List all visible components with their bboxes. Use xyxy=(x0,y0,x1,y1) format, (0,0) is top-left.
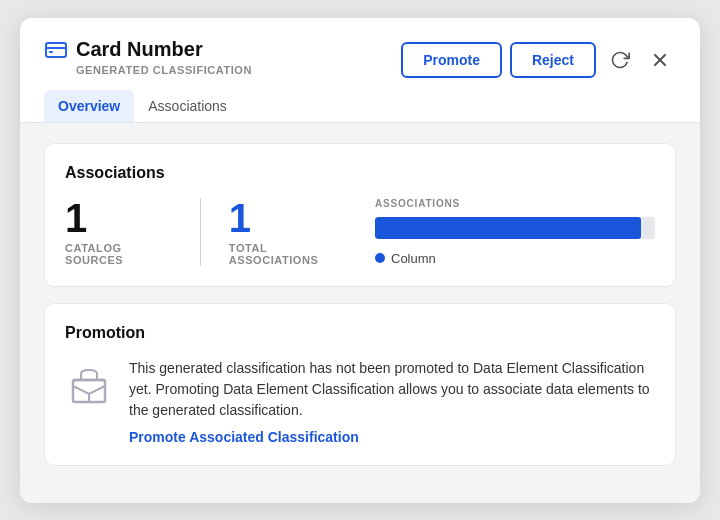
catalog-sources-label: CATALOG SOURCES xyxy=(65,242,172,266)
promotion-description: This generated classification has not be… xyxy=(129,358,655,421)
refresh-button[interactable] xyxy=(604,44,636,76)
promote-associated-classification-link[interactable]: Promote Associated Classification xyxy=(129,429,655,445)
generated-classification-subtitle: GENERATED CLASSIFICATION xyxy=(76,64,252,76)
promotion-content: This generated classification has not be… xyxy=(65,358,655,445)
card-icon xyxy=(44,38,68,62)
promotion-title: Promotion xyxy=(65,324,655,342)
reject-button[interactable]: Reject xyxy=(510,42,596,78)
associations-title: Associations xyxy=(65,164,655,182)
close-icon xyxy=(650,50,670,70)
promotion-text-block: This generated classification has not be… xyxy=(129,358,655,445)
modal-body: Associations 1 CATALOG SOURCES 1 TOTAL A… xyxy=(20,123,700,503)
catalog-sources-stat: 1 CATALOG SOURCES xyxy=(65,198,200,266)
tabs-container: Overview Associations xyxy=(20,78,700,123)
bar-background xyxy=(375,217,655,239)
total-associations-stat: 1 TOTAL ASSOCIATIONS xyxy=(229,198,375,266)
bar-fill xyxy=(375,217,641,239)
total-associations-label: TOTAL ASSOCIATIONS xyxy=(229,242,347,266)
promotion-icon xyxy=(65,362,113,410)
modal-container: Card Number GENERATED CLASSIFICATION Pro… xyxy=(20,18,700,503)
modal-title: Card Number xyxy=(76,38,203,61)
modal-header: Card Number GENERATED CLASSIFICATION Pro… xyxy=(20,18,700,78)
associations-card: Associations 1 CATALOG SOURCES 1 TOTAL A… xyxy=(44,143,676,287)
total-associations-number: 1 xyxy=(229,198,251,238)
associations-chart: ASSOCIATIONS Column xyxy=(375,198,655,266)
legend-dot xyxy=(375,253,385,263)
chart-label: ASSOCIATIONS xyxy=(375,198,655,209)
box-icon xyxy=(65,362,113,410)
close-button[interactable] xyxy=(644,44,676,76)
legend-row: Column xyxy=(375,251,655,266)
legend-label: Column xyxy=(391,251,436,266)
stat-divider xyxy=(200,198,201,266)
tab-overview[interactable]: Overview xyxy=(44,90,134,122)
promotion-card: Promotion This generated classification … xyxy=(44,303,676,466)
catalog-sources-number: 1 xyxy=(65,198,87,238)
svg-rect-2 xyxy=(49,51,53,53)
title-row: Card Number xyxy=(44,38,252,62)
associations-stats: 1 CATALOG SOURCES 1 TOTAL ASSOCIATIONS A… xyxy=(65,198,655,266)
header-left: Card Number GENERATED CLASSIFICATION xyxy=(44,38,252,76)
refresh-icon xyxy=(610,50,630,70)
promote-button[interactable]: Promote xyxy=(401,42,502,78)
tab-associations[interactable]: Associations xyxy=(134,90,241,122)
svg-rect-0 xyxy=(46,43,66,57)
bar-row xyxy=(375,217,655,239)
header-actions: Promote Reject xyxy=(401,42,676,78)
